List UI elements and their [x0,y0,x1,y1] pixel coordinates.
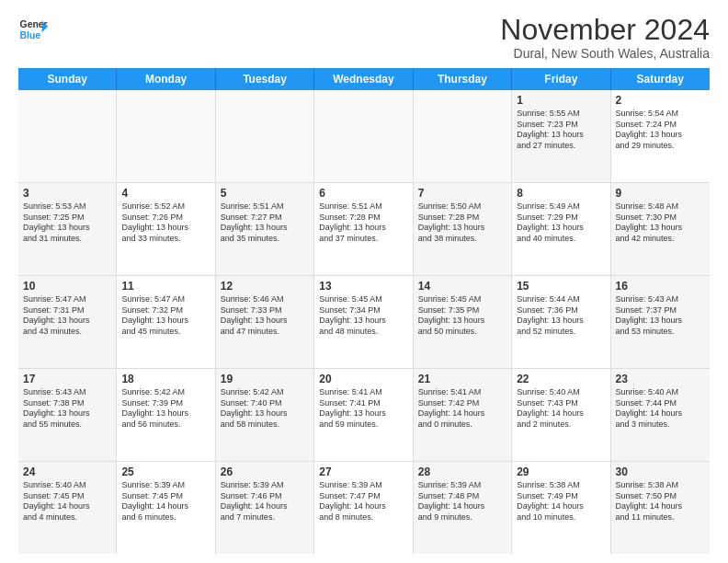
cell-info: and 50 minutes. [418,327,506,338]
calendar-cell: 17Sunrise: 5:43 AMSunset: 7:38 PMDayligh… [18,369,117,461]
cell-info: and 48 minutes. [319,327,407,338]
day-number: 1 [517,94,605,107]
cell-info: Sunrise: 5:39 AM [319,480,407,491]
cell-info: Sunset: 7:38 PM [23,398,111,409]
calendar-cell: 2Sunrise: 5:54 AMSunset: 7:24 PMDaylight… [611,90,710,182]
calendar-cell: 6Sunrise: 5:51 AMSunset: 7:28 PMDaylight… [314,183,413,275]
cell-info: Sunrise: 5:43 AM [616,294,705,305]
day-number: 28 [418,465,506,478]
cell-info: Daylight: 14 hours [121,501,210,512]
cell-info: Sunrise: 5:43 AM [23,387,111,398]
cell-info: Sunset: 7:25 PM [23,213,111,224]
cell-info: Daylight: 13 hours [319,408,407,419]
cell-info: Sunrise: 5:40 AM [616,387,705,398]
cell-info: Sunrise: 5:44 AM [517,294,605,305]
calendar-cell: 27Sunrise: 5:39 AMSunset: 7:47 PMDayligh… [314,462,413,554]
cell-info: and 42 minutes. [616,234,705,245]
calendar-cell: 5Sunrise: 5:51 AMSunset: 7:27 PMDaylight… [216,183,314,275]
cell-info: Daylight: 13 hours [418,316,506,327]
cell-info: Sunrise: 5:46 AM [221,294,309,305]
calendar-cell: 22Sunrise: 5:40 AMSunset: 7:43 PMDayligh… [512,369,610,461]
calendar-cell: 18Sunrise: 5:42 AMSunset: 7:39 PMDayligh… [117,369,215,461]
cell-info: and 0 minutes. [418,419,506,431]
cell-info: and 55 minutes. [23,419,111,431]
calendar-cell: 30Sunrise: 5:38 AMSunset: 7:50 PMDayligh… [611,462,710,554]
calendar-cell [117,90,215,182]
cell-info: Sunset: 7:47 PM [319,491,407,502]
day-number: 26 [221,465,309,478]
day-number: 13 [319,280,407,293]
cell-info: Sunrise: 5:53 AM [23,201,111,213]
calendar-row: 1Sunrise: 5:55 AMSunset: 7:23 PMDaylight… [18,90,710,183]
calendar-cell: 15Sunrise: 5:44 AMSunset: 7:36 PMDayligh… [512,276,610,368]
day-number: 5 [221,187,309,200]
day-number: 6 [319,187,407,200]
logo: General Blue [18,15,48,44]
cell-info: and 3 minutes. [616,419,705,431]
calendar-cell: 28Sunrise: 5:39 AMSunset: 7:48 PMDayligh… [414,462,512,554]
cell-info: Sunrise: 5:51 AM [319,201,407,213]
cell-info: and 59 minutes. [319,419,407,431]
cell-info: Sunrise: 5:41 AM [418,387,506,398]
cell-info: Sunrise: 5:42 AM [121,387,210,398]
calendar-row: 17Sunrise: 5:43 AMSunset: 7:38 PMDayligh… [18,369,710,462]
cell-info: Sunset: 7:36 PM [517,305,605,316]
calendar-cell: 8Sunrise: 5:49 AMSunset: 7:29 PMDaylight… [512,183,610,275]
cell-info: and 27 minutes. [517,141,605,152]
cell-info: and 53 minutes. [616,327,705,338]
weekday-header: Wednesday [314,68,413,90]
cell-info: Daylight: 13 hours [221,223,309,234]
cell-info: Daylight: 13 hours [616,223,705,234]
cell-info: Sunrise: 5:40 AM [23,480,111,491]
cell-info: Sunrise: 5:54 AM [616,109,705,120]
day-number: 19 [221,373,309,385]
cell-info: Sunset: 7:37 PM [616,305,705,316]
calendar-cell: 14Sunrise: 5:45 AMSunset: 7:35 PMDayligh… [414,276,512,368]
calendar-cell [216,90,314,182]
calendar-row: 10Sunrise: 5:47 AMSunset: 7:31 PMDayligh… [18,276,710,369]
cell-info: Sunrise: 5:42 AM [221,387,309,398]
cell-info: Sunset: 7:42 PM [418,398,506,409]
cell-info: Sunset: 7:35 PM [418,305,506,316]
weekday-header: Friday [512,68,610,90]
day-number: 30 [616,465,705,478]
cell-info: Daylight: 13 hours [616,316,705,327]
cell-info: Sunset: 7:44 PM [616,398,705,409]
cell-info: Sunset: 7:49 PM [517,491,605,502]
cell-info: Sunset: 7:34 PM [319,305,407,316]
cell-info: Sunrise: 5:47 AM [121,294,210,305]
cell-info: Sunset: 7:24 PM [616,120,705,131]
cell-info: Daylight: 13 hours [517,223,605,234]
cell-info: Sunset: 7:43 PM [517,398,605,409]
calendar-cell: 11Sunrise: 5:47 AMSunset: 7:32 PMDayligh… [117,276,215,368]
day-number: 29 [517,465,605,478]
cell-info: Daylight: 13 hours [23,316,111,327]
cell-info: Sunrise: 5:38 AM [517,480,605,491]
cell-info: Daylight: 14 hours [616,501,705,512]
cell-info: Sunset: 7:40 PM [221,398,309,409]
calendar-cell: 20Sunrise: 5:41 AMSunset: 7:41 PMDayligh… [314,369,413,461]
cell-info: Sunset: 7:41 PM [319,398,407,409]
day-number: 7 [418,187,506,200]
cell-info: Daylight: 13 hours [221,408,309,419]
calendar-cell: 25Sunrise: 5:39 AMSunset: 7:45 PMDayligh… [117,462,215,554]
cell-info: Sunset: 7:27 PM [221,213,309,224]
cell-info: Sunset: 7:33 PM [221,305,309,316]
cell-info: and 47 minutes. [221,327,309,338]
calendar-row: 24Sunrise: 5:40 AMSunset: 7:45 PMDayligh… [18,462,710,554]
calendar-cell [18,90,117,182]
day-number: 8 [517,187,605,200]
cell-info: and 7 minutes. [221,512,309,523]
svg-text:Blue: Blue [20,30,41,40]
cell-info: and 45 minutes. [121,327,210,338]
cell-info: and 40 minutes. [517,234,605,245]
calendar-cell: 9Sunrise: 5:48 AMSunset: 7:30 PMDaylight… [611,183,710,275]
calendar-cell: 1Sunrise: 5:55 AMSunset: 7:23 PMDaylight… [512,90,610,182]
cell-info: Sunrise: 5:50 AM [418,201,506,213]
calendar-cell: 29Sunrise: 5:38 AMSunset: 7:49 PMDayligh… [512,462,610,554]
location: Dural, New South Wales, Australia [500,46,710,61]
page-header: General Blue November 2024 Dural, New So… [18,15,710,61]
cell-info: Sunset: 7:30 PM [616,213,705,224]
cell-info: Sunset: 7:50 PM [616,491,705,502]
weekday-header: Saturday [611,68,710,90]
